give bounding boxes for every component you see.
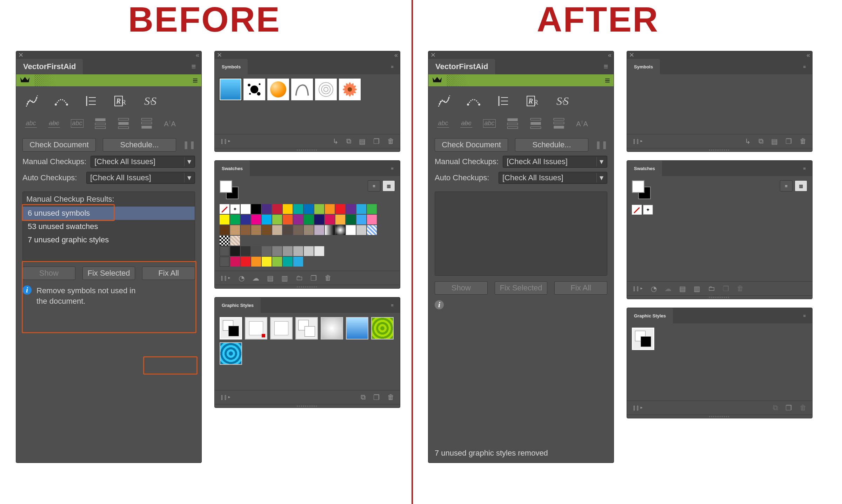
swatch[interactable]: [367, 225, 377, 235]
library-icon[interactable]: ⫿⫿▸: [220, 274, 231, 282]
close-icon[interactable]: ✕: [430, 51, 436, 59]
gs-soft-grey-style[interactable]: [321, 317, 343, 340]
tab-swatches[interactable]: Swatches: [215, 161, 250, 176]
fix-selected-button[interactable]: Fix Selected: [495, 281, 548, 295]
gs-blue-swirl-style[interactable]: [220, 342, 242, 365]
tab-vectorfirstaid[interactable]: VectorFirstAid: [428, 59, 495, 74]
fix-all-button[interactable]: Fix All: [142, 267, 195, 280]
list-view-toggle[interactable]: ≡: [368, 180, 380, 191]
swatch[interactable]: [251, 257, 261, 267]
abc-icon[interactable]: abc: [22, 115, 39, 132]
results-item[interactable]: 53 unused swatches: [23, 220, 195, 233]
cloud-icon[interactable]: ☁: [252, 274, 259, 282]
collapse-icon[interactable]: «: [608, 52, 612, 59]
swatch[interactable]: [293, 215, 303, 224]
gs-default-style[interactable]: [632, 328, 654, 350]
new-folder-icon[interactable]: 🗀: [708, 284, 715, 293]
pause-button[interactable]: ❚❚: [595, 138, 607, 152]
swatch[interactable]: [325, 204, 335, 214]
swatch[interactable]: [293, 225, 303, 235]
grid-view-toggle[interactable]: ▦: [382, 180, 395, 191]
tab-symbols[interactable]: Symbols: [627, 59, 660, 74]
rr-icon[interactable]: RR: [111, 93, 130, 109]
close-icon[interactable]: ✕: [217, 51, 222, 59]
symbol-thumb-ribbon[interactable]: [291, 79, 313, 100]
abc-strike-icon[interactable]: abc: [458, 115, 475, 132]
collapse-icon[interactable]: «: [807, 52, 810, 59]
swatch[interactable]: [230, 225, 240, 235]
swatch[interactable]: [262, 215, 272, 224]
panel-menu-icon[interactable]: ≡: [797, 59, 812, 74]
symbol-thumb-ink-splat[interactable]: [243, 79, 265, 100]
swatch[interactable]: [230, 246, 240, 256]
results-item[interactable]: 7 unused graphic styles: [23, 233, 195, 247]
place-icon[interactable]: ↳: [745, 137, 751, 146]
duplicate-icon[interactable]: ❐: [373, 137, 380, 146]
plugin-menu-icon[interactable]: ≡: [605, 76, 610, 85]
abc-box-icon[interactable]: abc: [481, 115, 498, 132]
swatch[interactable]: [293, 246, 303, 256]
library-icon[interactable]: ⫿⫿▸: [633, 404, 643, 412]
tab-swatches[interactable]: Swatches: [627, 161, 662, 176]
break-link-icon[interactable]: ⧉: [361, 393, 366, 401]
swatch[interactable]: [220, 225, 229, 235]
options-icon[interactable]: ▤: [359, 137, 366, 146]
swatch[interactable]: [346, 204, 356, 214]
abc-strike-icon[interactable]: abc: [46, 115, 62, 132]
new-folder-icon[interactable]: 🗀: [296, 274, 303, 282]
rr-icon[interactable]: RR: [523, 93, 542, 109]
swatch[interactable]: [220, 215, 229, 224]
tab-graphic-styles[interactable]: Graphic Styles: [627, 308, 673, 323]
swatch[interactable]: [304, 246, 314, 256]
swatch[interactable]: [241, 204, 250, 214]
swatch[interactable]: [367, 204, 377, 214]
plugin-menu-icon[interactable]: ≡: [193, 76, 198, 85]
gs-framed-style[interactable]: [270, 317, 293, 340]
swatch-pattern[interactable]: [220, 236, 229, 246]
swatch[interactable]: [304, 225, 314, 235]
swatch[interactable]: [251, 215, 261, 224]
swatch[interactable]: [251, 225, 261, 235]
collapse-icon[interactable]: «: [196, 52, 199, 59]
ss-icon[interactable]: SˣS: [140, 93, 159, 109]
options-icon[interactable]: ▤: [679, 284, 686, 293]
gs-boxed-style[interactable]: [245, 317, 267, 340]
swatch[interactable]: [272, 225, 282, 235]
swatch[interactable]: [272, 257, 282, 267]
check-document-button[interactable]: Check Document: [22, 138, 96, 152]
tangent-icon[interactable]: [52, 93, 71, 109]
stack-bot-icon[interactable]: [550, 115, 567, 132]
resize-grip[interactable]: [215, 148, 400, 152]
cloud-icon[interactable]: ☁: [664, 284, 671, 293]
swatch[interactable]: [293, 257, 303, 267]
swatch[interactable]: [283, 204, 293, 214]
break-link-icon[interactable]: ⧉: [773, 404, 778, 412]
stack-mid-icon[interactable]: [115, 115, 132, 132]
stack-mid-icon[interactable]: [527, 115, 544, 132]
swatch-folder[interactable]: [220, 246, 229, 256]
break-link-icon[interactable]: ⧉: [759, 137, 763, 145]
swatch[interactable]: [241, 246, 250, 256]
swatch[interactable]: [272, 215, 282, 224]
swatch[interactable]: [230, 215, 240, 224]
swatch-folder[interactable]: [220, 257, 229, 267]
results-item[interactable]: 6 unused symbols: [23, 207, 195, 220]
abc-icon[interactable]: abc: [435, 115, 452, 132]
gs-blue-glass-style[interactable]: [346, 317, 368, 340]
symbol-thumb-gerbera[interactable]: [339, 79, 361, 100]
symbol-thumb-spiro[interactable]: [315, 79, 337, 100]
show-button[interactable]: Show: [22, 267, 75, 280]
library-icon[interactable]: ⫿⫿▸: [220, 137, 231, 145]
stack-bot-icon[interactable]: [138, 115, 155, 132]
resize-grip[interactable]: [627, 295, 812, 299]
swatch-none[interactable]: [632, 205, 642, 215]
panel-menu-icon[interactable]: ≡: [385, 297, 400, 313]
foreground-background-swatch[interactable]: [632, 180, 651, 199]
swatch[interactable]: [283, 257, 293, 267]
swatch[interactable]: [314, 225, 324, 235]
show-button[interactable]: Show: [435, 281, 488, 295]
swatch[interactable]: [241, 257, 250, 267]
duplicate-icon[interactable]: ❐: [786, 137, 792, 146]
group-icon[interactable]: ▥: [281, 274, 288, 282]
swatch[interactable]: [262, 246, 272, 256]
